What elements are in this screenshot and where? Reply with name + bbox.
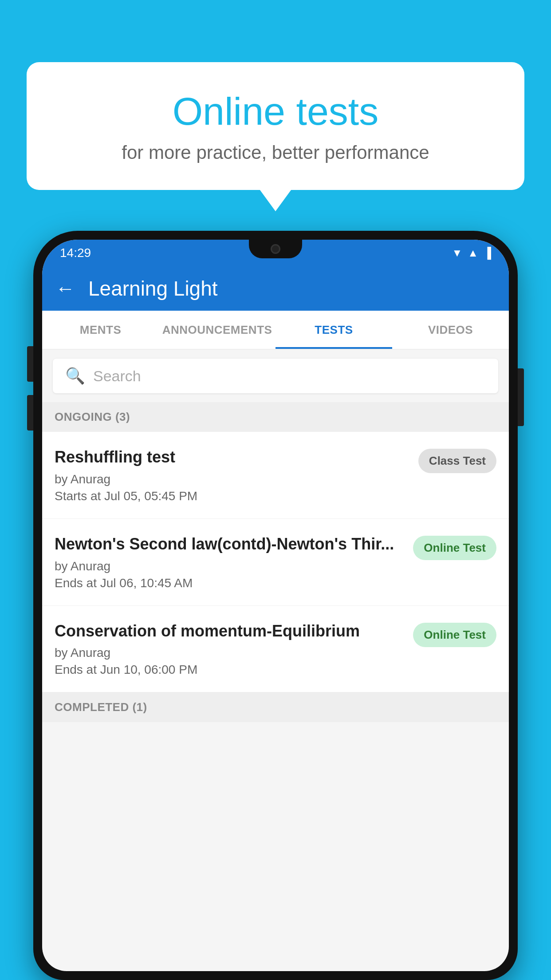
test-name-1: Reshuffling test (55, 447, 409, 468)
notch (249, 240, 302, 258)
test-author-1: by Anurag (55, 472, 409, 486)
completed-label: COMPLETED (1) (55, 700, 147, 714)
speech-bubble: Online tests for more practice, better p… (27, 62, 524, 190)
promo-subtitle: for more practice, better performance (62, 142, 489, 163)
promo-title: Online tests (62, 89, 489, 134)
test-author-2: by Anurag (55, 559, 404, 573)
phone-screen: 14:29 ▼ ▲ ▐ ← Learning Light MENTS ANNOU… (42, 240, 509, 971)
tab-ments[interactable]: MENTS (42, 311, 159, 349)
tab-tests[interactable]: TESTS (276, 311, 392, 349)
test-name-2: Newton's Second law(contd)-Newton's Thir… (55, 534, 404, 555)
status-icons: ▼ ▲ ▐ (452, 247, 491, 259)
signal-icon: ▲ (468, 247, 478, 259)
back-button[interactable]: ← (55, 277, 75, 300)
camera (271, 244, 280, 254)
app-title: Learning Light (88, 277, 218, 300)
test-name-3: Conservation of momentum-Equilibrium (55, 621, 404, 642)
test-time-2: Ends at Jul 06, 10:45 AM (55, 576, 404, 590)
test-info-2: Newton's Second law(contd)-Newton's Thir… (55, 534, 404, 590)
tab-bar: MENTS ANNOUNCEMENTS TESTS VIDEOS (42, 311, 509, 350)
test-badge-2: Online Test (413, 536, 496, 560)
status-time: 14:29 (60, 246, 91, 260)
test-item-conservation[interactable]: Conservation of momentum-Equilibrium by … (42, 606, 509, 693)
tab-videos[interactable]: VIDEOS (392, 311, 509, 349)
test-badge-1: Class Test (418, 449, 496, 473)
status-bar: 14:29 ▼ ▲ ▐ (42, 240, 509, 266)
ongoing-label: ONGOING (3) (55, 410, 130, 423)
test-info-3: Conservation of momentum-Equilibrium by … (55, 621, 404, 677)
test-list: Reshuffling test by Anurag Starts at Jul… (42, 432, 509, 692)
search-bar[interactable]: 🔍 Search (53, 359, 498, 393)
test-badge-3: Online Test (413, 623, 496, 647)
app-bar: ← Learning Light (42, 266, 509, 311)
volume-up-button[interactable] (27, 346, 33, 382)
ongoing-section-header: ONGOING (3) (42, 402, 509, 432)
test-time-3: Ends at Jun 10, 06:00 PM (55, 663, 404, 677)
volume-down-button[interactable] (27, 395, 33, 431)
battery-icon: ▐ (484, 247, 491, 259)
search-icon: 🔍 (65, 367, 85, 385)
promo-section: Online tests for more practice, better p… (27, 62, 524, 190)
search-container: 🔍 Search (42, 350, 509, 402)
search-placeholder: Search (93, 368, 141, 385)
tab-announcements[interactable]: ANNOUNCEMENTS (159, 311, 276, 349)
test-item-reshuffling[interactable]: Reshuffling test by Anurag Starts at Jul… (42, 432, 509, 519)
phone-frame: 14:29 ▼ ▲ ▐ ← Learning Light MENTS ANNOU… (33, 231, 518, 980)
test-author-3: by Anurag (55, 646, 404, 660)
wifi-icon: ▼ (452, 247, 462, 259)
power-button[interactable] (518, 368, 524, 426)
test-item-newton[interactable]: Newton's Second law(contd)-Newton's Thir… (42, 519, 509, 606)
completed-section-header: COMPLETED (1) (42, 692, 509, 722)
test-info-1: Reshuffling test by Anurag Starts at Jul… (55, 447, 409, 503)
test-time-1: Starts at Jul 05, 05:45 PM (55, 489, 409, 503)
